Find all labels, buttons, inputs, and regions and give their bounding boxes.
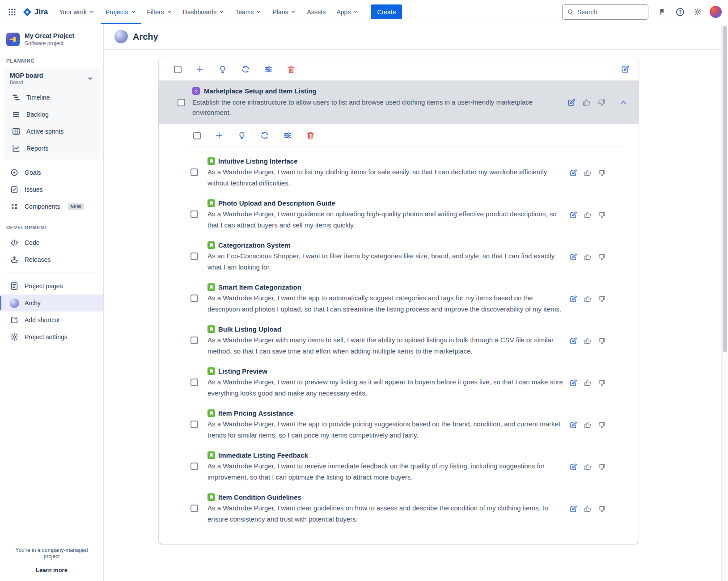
thumbs-down-button[interactable] xyxy=(597,98,606,107)
select-all-stories-checkbox[interactable] xyxy=(193,132,201,139)
story-icon xyxy=(207,199,215,207)
sidebar-item-archy[interactable]: Archy xyxy=(0,295,103,312)
sidebar-item-code[interactable]: Code xyxy=(0,234,103,251)
thumbs-down-button[interactable] xyxy=(598,295,606,303)
thumbs-up-button[interactable] xyxy=(584,253,592,261)
collapse-button[interactable] xyxy=(619,98,628,107)
add-story-button[interactable] xyxy=(215,131,224,140)
suggest-story-button[interactable] xyxy=(237,131,246,140)
nav-your-work[interactable]: Your work xyxy=(54,0,100,24)
story-checkbox[interactable] xyxy=(190,505,198,512)
edit-story-button[interactable] xyxy=(569,337,577,345)
learn-more-link[interactable]: Learn more xyxy=(36,567,68,573)
nav-plans[interactable]: Plans xyxy=(267,0,301,24)
thumbs-down-button[interactable] xyxy=(598,463,606,471)
announcement-button[interactable] xyxy=(655,4,670,20)
jira-logo[interactable]: Jira xyxy=(21,7,53,17)
thumbs-down-button[interactable] xyxy=(598,421,606,429)
thumbs-up-icon xyxy=(584,253,592,261)
nav-projects[interactable]: Projects xyxy=(101,0,141,24)
thumbs-down-button[interactable] xyxy=(598,211,606,219)
thumbs-down-button[interactable] xyxy=(598,505,606,513)
board-selector[interactable]: MGP board Board xyxy=(5,70,98,89)
archy-app-icon xyxy=(10,299,19,307)
story-checkbox[interactable] xyxy=(190,337,198,344)
chevron-down-icon xyxy=(87,75,93,82)
sidebar-item-timeline[interactable]: Timeline xyxy=(5,89,98,106)
scrollbar-thumb[interactable] xyxy=(723,26,727,352)
suggest-button[interactable] xyxy=(218,65,227,74)
story-description: As a Wardrobe Purger with many items to … xyxy=(207,335,563,357)
sidebar-item-backlog[interactable]: Backlog xyxy=(5,106,98,123)
vertical-scrollbar[interactable] xyxy=(721,24,728,581)
sidebar-item-label: Reports xyxy=(26,145,48,152)
app-switcher-button[interactable] xyxy=(4,4,20,20)
thumbs-up-button[interactable] xyxy=(584,295,592,303)
edit-story-button[interactable] xyxy=(569,421,577,429)
thumbs-up-button[interactable] xyxy=(584,211,592,219)
story-checkbox[interactable] xyxy=(190,463,198,470)
story-checkbox[interactable] xyxy=(190,253,198,260)
thumbs-down-button[interactable] xyxy=(598,337,606,345)
nav-assets[interactable]: Assets xyxy=(302,0,330,24)
edit-story-button[interactable] xyxy=(569,505,577,513)
filter-button[interactable] xyxy=(264,65,273,74)
nav-filters[interactable]: Filters xyxy=(142,0,177,24)
help-button[interactable]: ? xyxy=(673,4,688,20)
compose-button[interactable] xyxy=(621,65,630,74)
edit-story-button[interactable] xyxy=(569,463,577,471)
sidebar-item-issues[interactable]: Issues xyxy=(0,181,103,198)
thumbs-down-button[interactable] xyxy=(598,379,606,387)
story-description: As a Wardrobe Purger, I want to preview … xyxy=(207,377,563,399)
sidebar-item-goals[interactable]: Goals xyxy=(0,164,103,181)
delete-stories-button[interactable] xyxy=(306,131,315,140)
epic-checkbox[interactable] xyxy=(178,99,185,106)
settings-button[interactable] xyxy=(690,4,705,20)
add-button[interactable] xyxy=(195,65,204,74)
sidebar-item-releases[interactable]: Releases xyxy=(0,251,103,268)
story-checkbox[interactable] xyxy=(190,295,198,302)
nav-dashboards[interactable]: Dashboards xyxy=(178,0,230,24)
filter-stories-button[interactable] xyxy=(283,131,292,140)
search-input[interactable] xyxy=(577,8,643,16)
thumbs-up-button[interactable] xyxy=(584,505,592,513)
sidebar-item-add-shortcut[interactable]: Add shortcut xyxy=(0,312,103,328)
select-all-checkbox[interactable] xyxy=(174,66,182,73)
sidebar-item-active-sprints[interactable]: Active sprints xyxy=(5,123,98,140)
thumbs-up-button[interactable] xyxy=(582,98,591,107)
create-button[interactable]: Create xyxy=(371,4,402,19)
nav-apps[interactable]: Apps xyxy=(331,0,364,24)
user-avatar[interactable] xyxy=(710,6,722,18)
sidebar-item-components[interactable]: Components NEW xyxy=(0,198,103,215)
edit-story-button[interactable] xyxy=(569,211,577,219)
story-checkbox[interactable] xyxy=(190,379,198,386)
edit-story-button[interactable] xyxy=(569,169,577,177)
nav-teams[interactable]: Teams xyxy=(230,0,267,24)
thumbs-up-button[interactable] xyxy=(584,379,592,387)
edit-story-button[interactable] xyxy=(569,253,577,261)
refresh-button[interactable] xyxy=(241,65,250,74)
edit-story-button[interactable] xyxy=(569,295,577,303)
thumbs-up-button[interactable] xyxy=(584,337,592,345)
story-icon xyxy=(207,409,215,417)
refresh-stories-button[interactable] xyxy=(260,131,269,140)
edit-icon xyxy=(569,253,577,261)
sidebar-item-label: Project pages xyxy=(25,282,63,290)
story-checkbox[interactable] xyxy=(190,421,198,428)
sidebar-item-project-pages[interactable]: Project pages xyxy=(0,278,103,295)
story-checkbox[interactable] xyxy=(190,168,198,176)
edit-epic-button[interactable] xyxy=(567,98,576,107)
thumbs-down-button[interactable] xyxy=(598,169,606,177)
thumbs-up-button[interactable] xyxy=(584,463,592,471)
edit-story-button[interactable] xyxy=(569,379,577,387)
thumbs-up-button[interactable] xyxy=(584,421,592,429)
delete-button[interactable] xyxy=(287,65,296,74)
sidebar-item-reports[interactable]: Reports xyxy=(5,140,98,157)
story-description: As an Eco-Conscious Shopper, I want to f… xyxy=(207,251,563,273)
thumbs-up-button[interactable] xyxy=(584,169,592,177)
story-checkbox[interactable] xyxy=(190,211,198,218)
edit-icon xyxy=(569,337,577,345)
project-header[interactable]: My Great Project Software project xyxy=(0,32,103,55)
thumbs-down-button[interactable] xyxy=(598,253,606,261)
sidebar-item-project-settings[interactable]: Project settings xyxy=(0,328,103,345)
